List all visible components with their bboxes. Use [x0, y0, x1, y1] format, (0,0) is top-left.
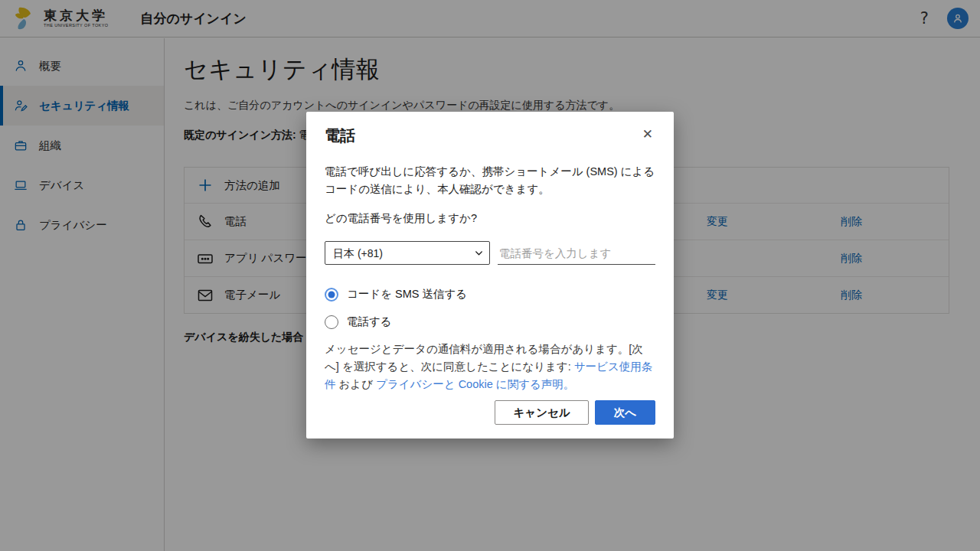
disclaimer-text: メッセージとデータの通信料が適用される場合があります。[次へ] を選択すると、次…	[325, 341, 655, 393]
privacy-cookie-link[interactable]: プライバシーと Cookie に関する声明。	[376, 378, 574, 390]
radio-call-label: 電話する	[347, 315, 392, 329]
dialog-description: 電話で呼び出しに応答するか、携帯ショートメール (SMS) によるコードの送信に…	[325, 163, 655, 198]
phone-setup-dialog: 電話 ✕ 電話で呼び出しに応答するか、携帯ショートメール (SMS) によるコー…	[306, 112, 674, 439]
radio-sms-label: コードを SMS 送信する	[347, 287, 467, 302]
dialog-title: 電話	[325, 126, 355, 146]
radio-call-option[interactable]: 電話する	[325, 315, 655, 329]
phone-number-input[interactable]	[498, 242, 655, 265]
phone-question: どの電話番号を使用しますか?	[325, 211, 655, 226]
cancel-button[interactable]: キャンセル	[495, 400, 588, 425]
radio-unselected-icon	[325, 315, 338, 329]
next-button[interactable]: 次へ	[595, 400, 655, 425]
close-icon[interactable]: ✕	[640, 126, 655, 143]
radio-sms-option[interactable]: コードを SMS 送信する	[325, 287, 655, 302]
radio-selected-icon	[325, 288, 338, 302]
country-code-select[interactable]: 日本 (+81)	[325, 241, 490, 265]
